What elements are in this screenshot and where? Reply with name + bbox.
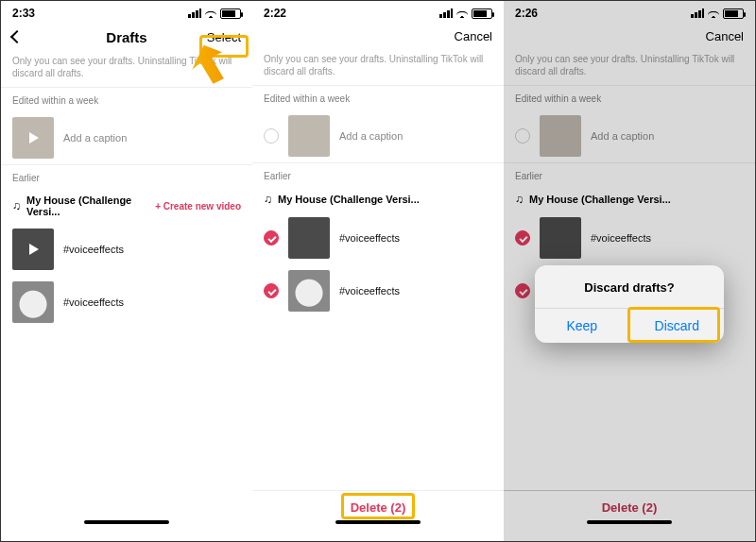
section-earlier: Earlier: [1, 165, 252, 189]
draft-caption: #voiceeffects: [339, 232, 400, 244]
draft-caption: Add a caption: [591, 130, 654, 142]
draft-thumb: [288, 217, 330, 259]
section-week: Edited within a week: [252, 86, 504, 110]
create-new-video[interactable]: + Create new video: [155, 201, 241, 212]
home-indicator: [335, 520, 421, 524]
delete-button: Delete (2): [602, 500, 658, 515]
signal-icon: [439, 8, 453, 18]
draft-row[interactable]: #voiceeffects: [1, 223, 252, 276]
nav-bar: Cancel: [252, 22, 504, 53]
draft-caption: #voiceeffects: [63, 244, 124, 255]
music-note-icon: ♫: [515, 193, 524, 206]
info-text: Only you can see your drafts. Uninstalli…: [252, 53, 504, 85]
clock: 2:26: [515, 7, 538, 20]
draft-row[interactable]: #voiceeffects: [1, 276, 252, 329]
draft-caption: Add a caption: [63, 132, 127, 144]
select-radio: [515, 283, 530, 298]
draft-caption: #voiceeffects: [591, 232, 651, 244]
section-week: Edited within a week: [504, 86, 755, 110]
music-title: My House (Challenge Versi...: [26, 195, 149, 217]
play-icon: [29, 132, 39, 144]
draft-thumb: [12, 117, 54, 159]
music-row[interactable]: ♫ My House (Challenge Versi... + Create …: [1, 189, 252, 223]
delete-button[interactable]: Delete (2): [351, 500, 406, 515]
draft-caption: Add a caption: [339, 130, 403, 142]
status-bar: 2:22: [252, 1, 504, 22]
footer: [1, 505, 252, 541]
draft-row[interactable]: Add a caption: [1, 111, 252, 164]
cancel-button[interactable]: Cancel: [439, 29, 492, 43]
status-bar: 2:26: [504, 1, 755, 22]
keep-button[interactable]: Keep: [535, 309, 629, 343]
discard-dialog: Discard drafts? Keep Discard: [535, 265, 724, 343]
home-indicator: [587, 520, 672, 524]
music-note-icon: ♫: [12, 199, 21, 212]
clock: 2:33: [12, 7, 35, 20]
signal-icon: [691, 8, 704, 18]
footer: Delete (2): [504, 490, 755, 541]
draft-thumb: [540, 217, 581, 259]
draft-row: Add a caption: [504, 110, 755, 162]
section-earlier: Earlier: [504, 163, 755, 187]
wifi-icon: [455, 8, 469, 18]
status-icons: [691, 8, 744, 19]
draft-thumb: [12, 281, 54, 323]
draft-thumb: [12, 229, 54, 270]
draft-row[interactable]: #voiceeffects: [252, 212, 504, 264]
select-radio[interactable]: [264, 283, 279, 298]
play-icon: [29, 244, 39, 255]
info-text: Only you can see your drafts. Uninstalli…: [504, 53, 755, 85]
status-icons: [439, 8, 492, 19]
discard-button[interactable]: Discard: [629, 309, 725, 343]
back-button[interactable]: [12, 30, 65, 44]
status-bar: 2:33: [1, 1, 252, 22]
status-icons: [188, 8, 241, 19]
dialog-title: Discard drafts?: [535, 265, 724, 308]
draft-caption: #voiceeffects: [63, 296, 124, 308]
battery-icon: [723, 8, 744, 19]
select-radio[interactable]: [264, 230, 279, 246]
signal-icon: [188, 8, 201, 18]
music-row[interactable]: ♫ My House (Challenge Versi...: [252, 187, 504, 212]
select-radio[interactable]: [264, 128, 279, 144]
section-week: Edited within a week: [1, 88, 252, 111]
draft-row[interactable]: #voiceeffects: [252, 264, 504, 317]
select-radio: [515, 230, 530, 246]
page-title: Drafts: [65, 29, 188, 45]
music-row: ♫ My House (Challenge Versi...: [504, 187, 755, 212]
info-text: Only you can see your drafts. Uninstalli…: [1, 55, 252, 87]
nav-bar: Cancel: [504, 22, 755, 53]
music-note-icon: ♫: [264, 193, 272, 206]
nav-bar: Drafts Select: [1, 22, 252, 55]
footer: Delete (2): [252, 490, 504, 541]
draft-thumb: [288, 270, 330, 312]
draft-row: #voiceeffects: [504, 212, 755, 264]
battery-icon: [220, 8, 241, 19]
panel-discard-dialog: 2:26 Cancel Only you can see your drafts…: [504, 1, 755, 541]
home-indicator: [84, 520, 169, 524]
draft-thumb: [540, 115, 581, 157]
wifi-icon: [204, 8, 217, 18]
wifi-icon: [707, 8, 720, 18]
draft-row[interactable]: Add a caption: [252, 110, 504, 162]
section-earlier: Earlier: [252, 163, 504, 187]
draft-caption: #voiceeffects: [339, 285, 400, 296]
chevron-left-icon: [10, 30, 24, 43]
select-radio: [515, 128, 530, 144]
draft-thumb: [288, 115, 330, 157]
music-title: My House (Challenge Versi...: [529, 194, 671, 205]
select-button[interactable]: Select: [188, 30, 241, 44]
panel-select-mode: 2:22 Cancel Only you can see your drafts…: [252, 1, 504, 541]
panel-drafts: 2:33 Drafts Select Only you can see your…: [1, 1, 252, 541]
battery-icon: [472, 8, 492, 19]
cancel-button[interactable]: Cancel: [691, 29, 744, 43]
music-title: My House (Challenge Versi...: [278, 194, 420, 205]
clock: 2:22: [264, 7, 286, 20]
